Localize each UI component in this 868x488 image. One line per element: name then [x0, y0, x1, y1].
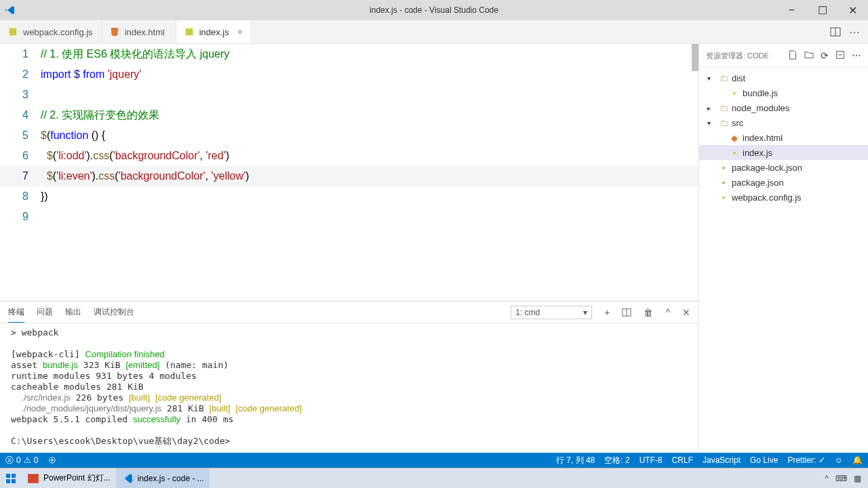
status-golive[interactable]: Go Live [750, 455, 778, 465]
statusbar: ⓧ0 ⚠0 行 7, 列 48 空格: 2 UTF-8 CRLF JavaScr… [0, 453, 868, 468]
editor-tab[interactable]: index.html [102, 20, 176, 43]
split-terminal-icon[interactable] [622, 308, 631, 317]
code-line[interactable]: // 2. 实现隔行变色的效果 [41, 105, 159, 125]
split-editor-icon[interactable] [830, 26, 841, 37]
scrollbar-thumb[interactable] [692, 44, 698, 71]
code-line[interactable]: import $ from 'jquery' [41, 64, 141, 85]
panel-tab[interactable]: 输出 [65, 306, 81, 318]
status-bell-icon[interactable]: 🔔 [852, 455, 863, 465]
tree-folder[interactable]: ▾🗀src [699, 115, 868, 130]
line-number: 9 [0, 207, 41, 227]
tab-label: index.js [199, 27, 229, 37]
file-icon: ▪ [718, 192, 729, 203]
collapse-icon[interactable] [835, 50, 845, 61]
svg-rect-12 [6, 479, 10, 483]
file-icon [110, 27, 121, 37]
maximize-button[interactable]: ☐ [807, 0, 837, 20]
line-number: 7 [0, 166, 41, 186]
code-line[interactable]: $('li:odd').css('backgroundColor', 'red'… [41, 146, 229, 166]
new-file-icon[interactable] [788, 50, 797, 61]
status-eol[interactable]: CRLF [672, 455, 693, 465]
code-editor[interactable]: 1// 1. 使用 ES6 模块化的语法导入 jquery2import $ f… [0, 44, 698, 301]
status-feedback-icon[interactable]: ☺ [835, 455, 843, 465]
code-line[interactable]: $(function () { [41, 125, 105, 146]
editor-tab[interactable]: index.js× [176, 20, 252, 43]
tree-folder[interactable]: ▾🗀dist [699, 70, 868, 85]
tray-status-icon[interactable]: ▦ [854, 474, 861, 483]
explorer-title: 资源管理器: CODE [706, 51, 769, 61]
tree-file[interactable]: ▪webpack.config.js [699, 190, 868, 205]
maximize-panel-icon[interactable]: ^ [665, 307, 670, 318]
start-button[interactable] [0, 468, 22, 489]
terminal-output[interactable]: > webpack [webpack-cli] Compilation fini… [0, 323, 698, 453]
tree-label: node_modules [732, 103, 789, 113]
kill-terminal-icon[interactable]: 🗑 [644, 307, 653, 318]
folder-icon: 🗀 [718, 118, 729, 128]
tree-file[interactable]: ▪package.json [699, 175, 868, 190]
file-icon: ◆ [729, 133, 740, 143]
status-lang[interactable]: JavaScript [703, 455, 741, 465]
code-line[interactable]: $('li:even').css('backgroundColor', 'yel… [41, 166, 249, 186]
panel-tab[interactable]: 终端 [8, 306, 24, 323]
line-number: 1 [0, 44, 41, 64]
file-icon: ▪ [718, 178, 729, 188]
code-line[interactable]: // 1. 使用 ES6 模块化的语法导入 jquery [41, 44, 229, 64]
file-icon: ▪ [729, 88, 740, 98]
editor-tabbar: webpack.config.jsindex.htmlindex.js× ⋯ [0, 20, 868, 44]
code-line[interactable]: }) [41, 186, 48, 207]
taskbar-item[interactable]: PowerPoint 幻灯... [22, 468, 116, 489]
taskbar-label: index.js - code - ... [138, 474, 204, 483]
tree-label: package-lock.json [732, 163, 802, 173]
status-encoding[interactable]: UTF-8 [639, 455, 663, 465]
panel-tab[interactable]: 调试控制台 [94, 306, 134, 318]
status-prettier[interactable]: Prettier: ✓ [787, 455, 825, 465]
line-number: 5 [0, 125, 41, 146]
folder-icon: 🗀 [718, 103, 729, 113]
tree-label: index.js [743, 148, 772, 158]
svg-rect-0 [9, 28, 17, 36]
more-actions-icon[interactable]: ⋯ [849, 26, 860, 39]
window-title: index.js - code - Visual Studio Code [370, 5, 498, 15]
tray-chevron-icon[interactable]: ^ [825, 474, 829, 483]
svg-rect-10 [6, 474, 10, 478]
taskbar-item[interactable]: index.js - code - ... [116, 468, 210, 489]
chevron-icon: ▾ [707, 75, 715, 82]
tree-label: src [732, 118, 743, 128]
svg-rect-14 [28, 474, 39, 483]
panel-tab[interactable]: 问题 [37, 306, 53, 318]
new-terminal-icon[interactable]: + [604, 307, 610, 318]
terminal-selector[interactable]: 1: cmd▾ [511, 306, 592, 319]
tree-file[interactable]: ◆index.html [699, 130, 868, 145]
close-button[interactable]: ✕ [837, 0, 868, 20]
tree-label: index.html [743, 133, 783, 143]
file-tree: ▾🗀dist▪bundle.js▸🗀node_modules▾🗀src◆inde… [699, 68, 868, 207]
tree-label: package.json [732, 178, 784, 188]
tree-file[interactable]: ▪index.js [699, 145, 868, 160]
windows-taskbar: PowerPoint 幻灯...index.js - code - ... ^ … [0, 468, 868, 488]
tab-label: index.html [125, 27, 165, 37]
new-folder-icon[interactable] [804, 50, 814, 61]
status-lncol[interactable]: 行 7, 列 48 [556, 455, 595, 466]
tree-folder[interactable]: ▸🗀node_modules [699, 100, 868, 115]
status-port-icon[interactable] [47, 455, 57, 465]
close-panel-icon[interactable]: ✕ [682, 307, 690, 318]
minimize-button[interactable]: − [776, 0, 807, 20]
more-icon[interactable]: ⋯ [852, 50, 861, 61]
editor-tab[interactable]: webpack.config.js [0, 20, 102, 43]
refresh-icon[interactable]: ⟳ [821, 50, 829, 61]
app-icon [27, 472, 39, 485]
tree-file[interactable]: ▪package-lock.json [699, 160, 868, 175]
status-errors[interactable]: ⓧ0 ⚠0 [5, 455, 38, 466]
line-number: 6 [0, 146, 41, 166]
close-tab-icon[interactable]: × [237, 26, 243, 37]
tree-file[interactable]: ▪bundle.js [699, 85, 868, 100]
tray-keyboard-icon[interactable]: ⌨ [835, 474, 847, 483]
svg-rect-1 [185, 28, 193, 36]
titlebar: index.js - code - Visual Studio Code − ☐… [0, 0, 868, 20]
explorer-sidebar: 资源管理器: CODE ⟳ ⋯ ▾🗀dist▪bundle.js▸🗀node_m… [698, 44, 868, 453]
file-icon [184, 27, 195, 37]
chevron-icon: ▾ [707, 119, 715, 127]
status-spaces[interactable]: 空格: 2 [604, 455, 629, 466]
tree-label: dist [732, 73, 745, 83]
svg-rect-11 [12, 474, 16, 478]
